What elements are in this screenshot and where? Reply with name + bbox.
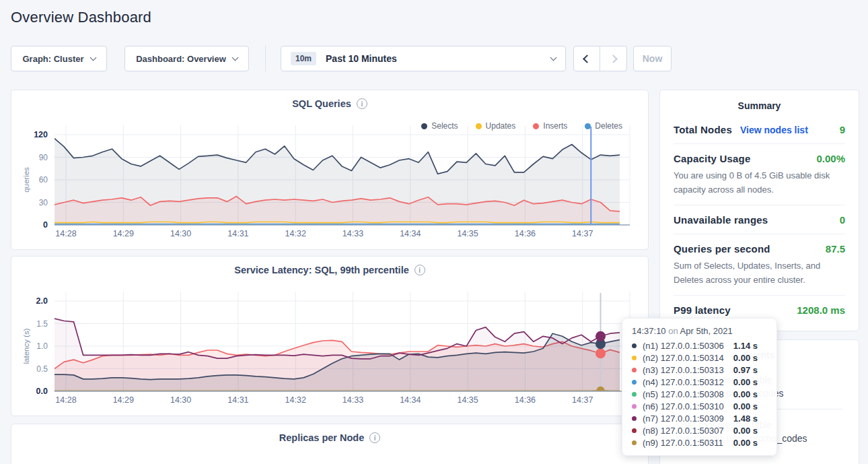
svg-text:14:37: 14:37 (572, 229, 593, 238)
summary-row-total-nodes: Total Nodes View nodes list 9 (674, 115, 845, 144)
graph-selector-label: Graph: Cluster (22, 54, 83, 64)
service-latency-chart-panel: Service Latency: SQL, 99th percentile i … (11, 256, 649, 416)
svg-text:14:29: 14:29 (113, 395, 134, 405)
time-prev-button[interactable] (573, 46, 600, 71)
svg-text:14:34: 14:34 (400, 229, 421, 238)
tooltip-row-n6: (n6) 127.0.0.1:50310 0.00 s (632, 400, 767, 412)
p99-latency-value: 1208.0 ms (797, 304, 845, 316)
svg-text:90: 90 (39, 153, 48, 162)
summary-title: Summary (660, 90, 859, 111)
svg-text:14:30: 14:30 (170, 229, 191, 238)
summary-row-unavailable-ranges: Unavailable ranges 0 (674, 205, 845, 234)
capacity-usage-description: You are using 0 B of 4.5 GiB usable disk… (674, 168, 845, 197)
tooltip-row-n9: (n9) 127.0.0.1:50311 0.00 s (632, 436, 767, 449)
svg-text:14:34: 14:34 (400, 395, 421, 405)
unavailable-ranges-value: 0 (840, 214, 845, 226)
sql-queries-chart-panel: SQL Queries i Selects Updates Inserts De… (11, 90, 649, 250)
time-nav-group (573, 46, 627, 71)
summary-row-queries-per-second: Queries per second 87.5 Sum of Selects, … (674, 234, 845, 296)
svg-text:0.5: 0.5 (36, 364, 48, 374)
svg-text:14:32: 14:32 (285, 229, 306, 238)
tooltip-timestamp: 14:37:10 on Apr 5th, 2021 (632, 326, 767, 336)
time-range-label: Past 10 Minutes (326, 53, 397, 64)
svg-text:0.0: 0.0 (36, 387, 48, 396)
series-dot-icon (632, 356, 637, 360)
svg-text:14:28: 14:28 (55, 395, 76, 405)
dashboard-selector-label: Dashboard: Overview (136, 54, 226, 64)
time-next-button[interactable] (600, 46, 627, 71)
series-dot-icon (632, 440, 637, 445)
svg-text:14:35: 14:35 (457, 395, 478, 405)
chevron-down-icon (550, 54, 557, 61)
svg-text:1.5: 1.5 (36, 319, 48, 329)
series-dot-icon (632, 416, 637, 421)
svg-text:latency (s): latency (s) (22, 328, 30, 364)
time-range-picker[interactable]: 10m Past 10 Minutes (281, 46, 566, 71)
svg-text:14:30: 14:30 (170, 395, 191, 405)
capacity-usage-value: 0.00% (816, 153, 845, 164)
view-nodes-list-link[interactable]: View nodes list (740, 125, 808, 135)
sql-queries-chart-plot[interactable]: 030609012014:2814:2914:3014:3114:3214:33… (11, 90, 649, 250)
series-dot-icon (632, 380, 637, 385)
svg-text:14:37: 14:37 (572, 395, 593, 405)
svg-text:14:36: 14:36 (515, 395, 536, 405)
tooltip-row-n4: (n4) 127.0.0.1:50312 0.00 s (632, 376, 767, 388)
queries-per-second-description: Sum of Selects, Updates, Inserts, and De… (674, 259, 845, 287)
graph-selector-dropdown[interactable]: Graph: Cluster (11, 46, 107, 71)
replicas-per-node-chart-panel: Replicas per Node i (11, 424, 649, 464)
series-dot-icon (632, 428, 637, 433)
tooltip-row-n7: (n7) 127.0.0.1:50309 1.48 s (632, 412, 767, 424)
svg-text:14:35: 14:35 (457, 229, 478, 238)
chart-hover-tooltip: 14:37:10 on Apr 5th, 2021 (n1) 127.0.0.1… (622, 318, 777, 456)
replicas-per-node-chart-plot[interactable] (11, 424, 649, 464)
page-title: Overview Dashboard (11, 9, 151, 26)
series-dot-icon (632, 392, 637, 397)
summary-panel: Summary Total Nodes View nodes list 9 Ca… (659, 90, 859, 331)
chevron-down-icon (231, 54, 238, 61)
total-nodes-value: 9 (840, 124, 845, 135)
svg-text:1.0: 1.0 (36, 341, 48, 351)
series-dot-icon (632, 368, 637, 372)
svg-text:60: 60 (39, 175, 48, 185)
svg-text:14:31: 14:31 (227, 229, 248, 238)
svg-text:14:29: 14:29 (113, 229, 134, 238)
tooltip-row-n8: (n8) 127.0.0.1:50307 0.00 s (632, 424, 767, 436)
svg-text:14:33: 14:33 (342, 229, 363, 238)
tooltip-row-n1: (n1) 127.0.0.1:50306 1.14 s (632, 339, 767, 352)
toolbar: Graph: Cluster Dashboard: Overview 10m P… (0, 46, 868, 71)
svg-text:120: 120 (34, 130, 48, 139)
now-button[interactable]: Now (633, 46, 672, 71)
svg-text:14:31: 14:31 (227, 395, 248, 405)
chevron-right-icon (609, 55, 618, 63)
svg-text:30: 30 (39, 198, 48, 207)
svg-text:14:33: 14:33 (342, 395, 363, 405)
chevron-left-icon (583, 55, 591, 63)
svg-text:14:28: 14:28 (55, 229, 76, 238)
tooltip-row-n2: (n2) 127.0.0.1:50314 0.00 s (632, 352, 767, 364)
tooltip-row-n3: (n3) 127.0.0.1:50313 0.97 s (632, 364, 767, 376)
toolbar-divider (265, 46, 266, 71)
time-range-badge: 10m (291, 52, 316, 65)
service-latency-chart-plot[interactable]: 0.00.51.01.52.014:2814:2914:3014:3114:32… (11, 257, 649, 416)
svg-text:14:32: 14:32 (285, 395, 306, 405)
tooltip-row-n5: (n5) 127.0.0.1:50308 0.00 s (632, 388, 767, 400)
svg-text:14:36: 14:36 (515, 229, 536, 238)
series-dot-icon (632, 404, 637, 409)
series-dot-icon (632, 343, 637, 348)
chevron-down-icon (89, 54, 96, 61)
svg-text:2.0: 2.0 (36, 296, 48, 306)
dashboard-selector-dropdown[interactable]: Dashboard: Overview (124, 46, 249, 71)
svg-text:queries: queries (22, 167, 30, 193)
summary-row-capacity-usage: Capacity Usage 0.00% You are using 0 B o… (674, 144, 845, 205)
queries-per-second-value: 87.5 (826, 243, 845, 255)
svg-text:0: 0 (43, 220, 48, 230)
